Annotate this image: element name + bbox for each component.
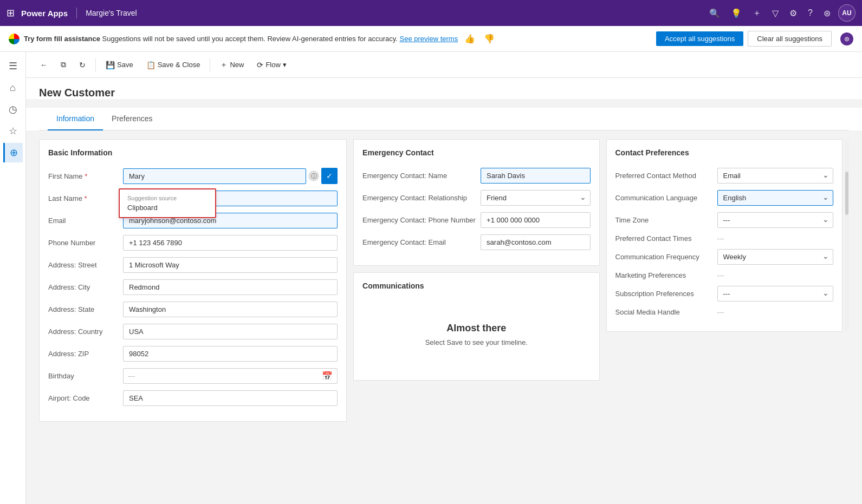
first-name-wrap: ⓘ ✓ (123, 168, 338, 184)
tab-information[interactable]: Information (48, 108, 103, 130)
popout-button[interactable]: ⧉ (55, 57, 72, 73)
preferred-times-label: Preferred Contact Times (615, 234, 713, 243)
thumbs-down-icon[interactable]: 👎 (484, 34, 495, 44)
waffle-icon[interactable]: ⊞ (7, 7, 15, 19)
save-close-button[interactable]: 📋 Save & Close (141, 57, 206, 73)
preferred-method-wrap: Email Phone SMS (717, 168, 834, 184)
back-icon: ← (40, 61, 48, 69)
emergency-contact-title: Emergency Contact (362, 148, 590, 159)
ec-phone-input[interactable] (481, 212, 590, 228)
communications-section: Communications Almost there Select Save … (353, 272, 599, 381)
calendar-icon[interactable]: 📅 (322, 371, 333, 381)
comm-frequency-label: Communication Frequency (615, 253, 713, 261)
ec-email-input[interactable] (481, 234, 590, 250)
timezone-label: Time Zone (615, 216, 713, 224)
ec-phone-row: Emergency Contact: Phone Number (362, 212, 590, 228)
thumbs-up-icon[interactable]: 👍 (464, 34, 475, 44)
zip-label: Address: ZIP (48, 350, 119, 358)
accept-all-button[interactable]: Accept all suggestions (656, 31, 743, 46)
new-icon: ＋ (220, 60, 228, 70)
scrollbar[interactable] (845, 139, 849, 332)
phone-input[interactable] (123, 235, 338, 251)
comm-frequency-row: Communication Frequency Weekly Daily Mon… (615, 249, 834, 265)
ec-email-row: Emergency Contact: Email (362, 234, 590, 250)
copilot-side-icon[interactable]: ⊛ (840, 32, 853, 45)
preferred-times-value: --- (717, 234, 724, 243)
tab-preferences[interactable]: Preferences (103, 108, 161, 130)
country-label: Address: Country (48, 328, 119, 336)
country-input[interactable] (123, 324, 338, 339)
first-name-input[interactable] (123, 168, 306, 184)
plus-icon[interactable]: ＋ (753, 8, 761, 19)
comm-language-label: Communication Language (615, 194, 713, 202)
save-button[interactable]: 💾 Save (100, 57, 139, 73)
preview-terms-link[interactable]: See preview terms (399, 35, 458, 43)
settings-icon[interactable]: ⚙ (789, 8, 797, 18)
sidebar-globe-icon[interactable]: ⊕ (3, 143, 23, 162)
sidebar-home-icon[interactable]: ⌂ (3, 78, 23, 97)
ai-colorful-icon (9, 34, 20, 44)
popout-icon: ⧉ (61, 60, 66, 69)
ai-banner: Try form fill assistance Suggestions wil… (0, 26, 862, 52)
save-icon: 💾 (106, 61, 115, 69)
comm-frequency-select[interactable]: Weekly Daily Monthly (717, 249, 834, 265)
first-name-row: First Name ⓘ ✓ Suggestion source Clipboa… (48, 168, 338, 184)
copilot-icon[interactable]: ⊛ (824, 8, 831, 18)
page-title-bar: New Customer (26, 78, 862, 99)
subscription-prefs-select[interactable]: --- (717, 286, 834, 302)
social-media-row: Social Media Handle --- (615, 308, 834, 316)
new-button[interactable]: ＋ New (215, 57, 249, 73)
state-input[interactable] (123, 302, 338, 317)
back-button[interactable]: ← (35, 57, 53, 73)
subscription-prefs-label: Subscription Preferences (615, 290, 713, 298)
ec-relationship-label: Emergency Contact: Relationship (362, 194, 476, 202)
email-label: Email (48, 217, 119, 225)
lightbulb-icon[interactable]: 💡 (731, 8, 742, 18)
first-name-info-icon[interactable]: ⓘ (308, 171, 319, 181)
user-avatar[interactable]: AU (838, 4, 855, 22)
subscription-prefs-wrap: --- (717, 286, 834, 302)
scrollbar-thumb[interactable] (845, 172, 848, 215)
airport-row: Airport: Code (48, 390, 338, 406)
zip-input[interactable] (123, 346, 338, 362)
marketing-prefs-value: --- (717, 271, 724, 279)
filter-icon[interactable]: ▽ (772, 8, 779, 18)
environment-name: Margie's Travel (86, 9, 137, 17)
phone-row: Phone Number (48, 235, 338, 251)
street-row: Address: Street (48, 257, 338, 273)
three-col-layout: Basic Information First Name ⓘ ✓ S (39, 139, 849, 422)
search-icon[interactable]: 🔍 (709, 8, 720, 18)
ec-relationship-row: Emergency Contact: Relationship Friend S… (362, 190, 590, 206)
country-row: Address: Country (48, 324, 338, 339)
clear-all-button[interactable]: Clear all suggestions (748, 31, 832, 47)
timezone-select[interactable]: --- (717, 212, 834, 228)
sidebar-recent-icon[interactable]: ◷ (3, 100, 23, 119)
ec-relationship-select-wrap: Friend Spouse Parent Sibling Other (481, 190, 590, 206)
city-input[interactable] (123, 279, 338, 295)
sidebar-bookmark-icon[interactable]: ☆ (3, 121, 23, 141)
emergency-contact-section: Emergency Contact Emergency Contact: Nam… (353, 139, 599, 266)
airport-input[interactable] (123, 390, 338, 406)
birthday-row: Birthday --- 📅 (48, 368, 338, 384)
first-name-accept-btn[interactable]: ✓ (321, 168, 338, 184)
col-mid: Emergency Contact Emergency Contact: Nam… (353, 139, 599, 381)
refresh-button[interactable]: ↻ (74, 57, 91, 73)
comm-language-wrap: English Spanish French (717, 190, 834, 206)
airport-label: Airport: Code (48, 394, 119, 402)
state-label: Address: State (48, 305, 119, 313)
communications-title: Communications (362, 282, 590, 292)
suggestion-label: Suggestion source (127, 195, 208, 201)
preferred-method-select[interactable]: Email Phone SMS (717, 168, 834, 184)
help-icon[interactable]: ? (808, 8, 813, 18)
preferred-method-row: Preferred Contact Method Email Phone SMS (615, 168, 834, 184)
ec-email-label: Emergency Contact: Email (362, 238, 476, 246)
city-row: Address: City (48, 279, 338, 295)
street-input[interactable] (123, 257, 338, 273)
subscription-prefs-row: Subscription Preferences --- (615, 286, 834, 302)
flow-button[interactable]: ⟳ Flow ▾ (251, 57, 291, 73)
sidebar-menu-icon[interactable]: ☰ (3, 56, 23, 76)
comm-language-select[interactable]: English Spanish French (717, 190, 834, 206)
almost-there: Almost there Select Save to see your tim… (362, 301, 590, 368)
ec-relationship-select[interactable]: Friend Spouse Parent Sibling Other (481, 190, 590, 206)
ec-name-input[interactable] (481, 168, 590, 184)
